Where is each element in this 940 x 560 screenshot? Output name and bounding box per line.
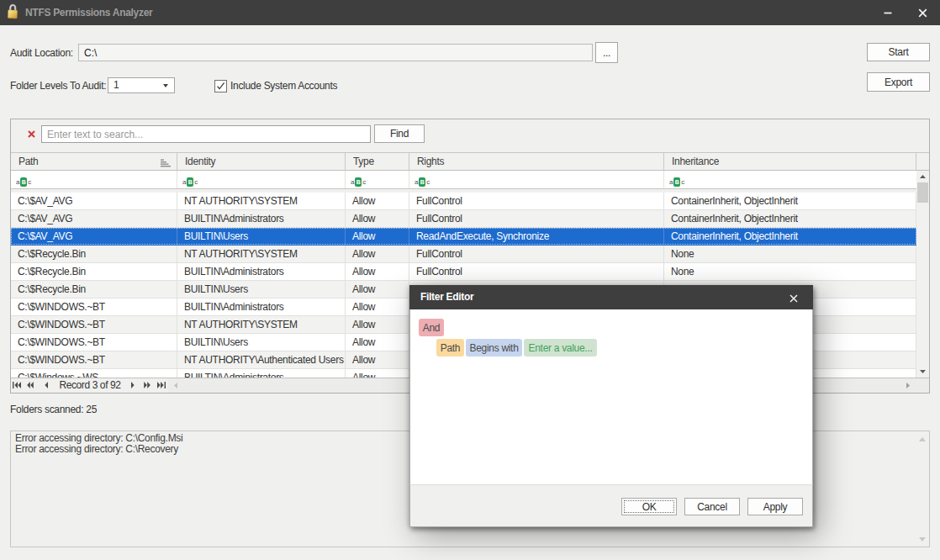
abc-filter-icon: aBc [16,177,31,187]
filter-cell-identity[interactable]: aBc [177,171,346,188]
cell-path: C:\$AV_AVG [11,193,177,209]
cell-inheritance: ContainerInherit, ObjectInherit [664,210,916,227]
cell-identity: NT AUTHORITY\SYSTEM [177,316,346,333]
cell-type: Allow [346,263,409,280]
cell-path: C:\$Recycle.Bin [11,263,177,280]
cell-rights: FullControl [409,246,664,262]
abc-filter-icon: aBc [669,177,684,187]
nav-first-icon[interactable] [13,382,21,388]
column-header-path[interactable]: Path [11,153,177,170]
cancel-button[interactable]: Cancel [684,498,740,515]
filter-cell-path[interactable]: aBc [11,171,177,188]
checkmark-icon [215,81,226,92]
lock-icon [6,3,18,21]
cell-type: Allow [346,228,409,245]
cell-path: C:\$WINDOWS.~BT [11,334,177,351]
ok-button[interactable]: OK [621,498,677,515]
cell-inheritance: ContainerInherit, ObjectInherit [664,193,916,209]
minimize-button[interactable] [875,0,900,25]
filter-cell-rights[interactable]: aBc [409,171,664,188]
cell-type: Allow [346,281,409,298]
cell-inheritance: None [664,246,916,262]
cell-rights: ReadAndExecute, Synchronize [409,228,664,245]
column-header-identity[interactable]: Identity [177,153,346,170]
nav-next-icon[interactable] [131,382,135,388]
dialog-title: Filter Editor [420,285,473,309]
close-button[interactable] [910,0,935,25]
cell-identity: BUILTIN\Administrators [177,298,346,315]
filter-field-token[interactable]: Path [436,339,464,357]
column-header-type[interactable]: Type [346,153,409,170]
scroll-down-icon[interactable] [916,366,929,378]
log-line: Error accessing directory: C:\Recovery [15,444,178,455]
column-header-rights[interactable]: Rights [409,153,664,170]
filter-cell-inheritance[interactable]: aBc [664,171,916,188]
find-button[interactable]: Find [374,124,425,143]
scroll-right-icon[interactable] [906,383,910,388]
scrollbar-thumb[interactable] [917,182,928,203]
cell-path: C:\$AV_AVG [11,228,177,245]
export-button[interactable]: Export [867,72,930,92]
grid-header-row: Path Identity Type Rights Inheritance [11,152,929,171]
table-row[interactable]: C:\$AV_AVGNT AUTHORITY\SYSTEMAllowFullCo… [11,193,916,210]
minimize-icon [884,8,892,17]
cell-identity: BUILTIN\Administrators [177,210,346,227]
cell-identity: BUILTIN\Administrators [177,263,346,280]
column-header-spacer [916,153,929,170]
filter-operator-token[interactable]: Begins with [466,339,522,357]
browse-button[interactable]: ... [595,42,618,63]
window-titlebar: NTFS Permissions Analyzer [0,0,940,25]
table-row[interactable]: C:\$AV_AVGBUILTIN\AdministratorsAllowFul… [11,210,916,228]
filter-value-token[interactable]: Enter a value... [524,339,597,357]
table-row[interactable]: C:\$Recycle.BinNT AUTHORITY\SYSTEMAllowF… [11,246,916,263]
table-row[interactable]: C:\$AV_AVGBUILTIN\UsersAllowReadAndExecu… [11,228,916,246]
folders-scanned-label: Folders scanned: 25 [10,404,97,415]
scroll-up-icon[interactable] [916,171,929,182]
nav-prev-page-icon[interactable] [27,382,34,388]
cell-path: C:\$Recycle.Bin [11,281,177,298]
folder-levels-label: Folder Levels To Audit: [10,80,106,92]
folder-levels-value: 1 [114,78,119,92]
include-system-accounts-checkbox[interactable] [214,80,227,92]
dialog-close-icon [789,294,798,303]
grid-filter-row: aBc aBc aBc aBc aBc [11,171,916,189]
log-scroll-up-icon[interactable] [919,437,926,441]
dialog-body: And Path Begins with Enter a value... [409,309,813,484]
cell-path: C:\$Windows.~WS [11,369,177,378]
cell-identity: NT AUTHORITY\SYSTEM [177,193,346,209]
clear-search-icon [28,130,35,138]
dialog-titlebar: Filter Editor [409,285,813,309]
cell-type: Allow [346,246,409,262]
log-scroll-down-icon[interactable] [919,537,926,542]
cell-path: C:\$Recycle.Bin [11,246,177,262]
cell-type: Allow [346,351,409,368]
audit-location-label: Audit Location: [10,47,73,59]
grid-vertical-scrollbar[interactable] [916,171,929,378]
start-button[interactable]: Start [867,43,930,61]
nav-next-page-icon[interactable] [144,382,151,388]
cell-identity: BUILTIN\Administrators [177,369,346,378]
filter-group-operator[interactable]: And [419,319,444,336]
filter-editor-dialog: Filter Editor And Path Begins with Enter… [409,285,813,527]
filter-cell-type[interactable]: aBc [346,171,409,188]
cell-path: C:\$WINDOWS.~BT [11,298,177,315]
nav-last-icon[interactable] [157,382,166,388]
abc-filter-icon: aBc [415,177,430,187]
folder-levels-dropdown[interactable]: 1 [108,77,175,93]
cell-type: Allow [346,298,409,315]
cell-rights: FullControl [409,210,664,227]
cell-rights: FullControl [409,263,664,280]
column-header-inheritance[interactable]: Inheritance [664,153,916,170]
cell-identity: BUILTIN\Users [177,334,346,351]
scroll-left-icon[interactable] [174,383,177,388]
cell-path: C:\$WINDOWS.~BT [11,316,177,333]
cell-path: C:\$AV_AVG [11,210,177,227]
dialog-close-button[interactable] [781,286,806,310]
apply-button[interactable]: Apply [747,498,803,515]
audit-location-input[interactable] [78,44,593,61]
record-counter: Record 3 of 92 [48,378,132,393]
abc-filter-icon: aBc [182,177,198,187]
search-input[interactable] [41,125,371,143]
clear-search-button[interactable] [26,129,36,139]
table-row[interactable]: C:\$Recycle.BinBUILTIN\AdministratorsAll… [11,263,916,281]
